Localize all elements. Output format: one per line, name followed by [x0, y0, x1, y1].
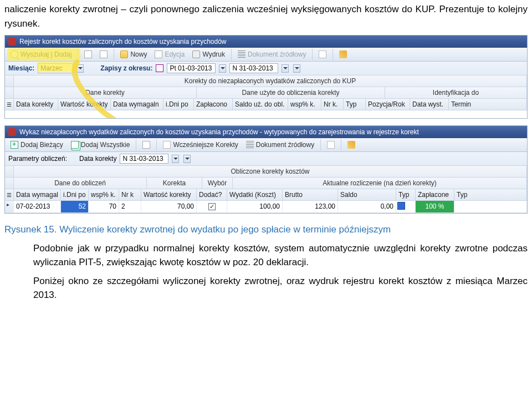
wand-button[interactable] [344, 139, 359, 150]
book-icon [8, 128, 16, 136]
date-to-field[interactable]: N 31-03-2013 [229, 63, 278, 73]
icon-btn-c[interactable] [139, 139, 154, 150]
edit-button[interactable]: Edycja [151, 49, 188, 60]
cell-typ1 [396, 201, 416, 212]
toolbar: Dodaj Bieżący Dodaj Wszystkie Wcześniejs… [5, 138, 527, 152]
cell-saldo: 0,00 [338, 201, 396, 212]
cell-nrk: 2 [119, 201, 141, 212]
earlier-corrections-button[interactable]: Wcześniejsze Korekty [160, 139, 241, 150]
cell-brutto: 123,00 [283, 201, 338, 212]
date-to-dropdown[interactable] [282, 64, 289, 73]
dk-extra-dropdown[interactable] [183, 155, 191, 163]
window-title: Wykaz niezapłaconych wydatków zaliczonyc… [19, 128, 419, 136]
range-label: Zapisy z okresu: [100, 64, 152, 72]
column-header-row: ☰ Data korekty Wartość korekty Data wyma… [5, 99, 527, 110]
source-doc-button[interactable]: Dokument źródłowy [234, 49, 309, 60]
date-from-field[interactable]: Pt 01-03-2013 [167, 63, 216, 73]
add-all-icon [71, 141, 79, 149]
edit-icon [155, 50, 162, 58]
folder-icon [120, 50, 128, 58]
group-header-top: Korekty do niezapłaconych wydatków zalic… [5, 75, 527, 87]
table-row[interactable]: 07-02-2013 52 70 2 70,00 100,00 123,00 0… [5, 201, 527, 213]
group-header-row: Dane korekty Dane użyte do obliczenia ko… [5, 87, 527, 99]
wand-icon [347, 141, 355, 149]
copy-icon [100, 50, 108, 58]
range-extra-dropdown[interactable] [293, 64, 300, 73]
print-icon [192, 50, 200, 58]
column-header-row: ☰ Data wymagal i.Dni po wsp% k. Nr k War… [5, 189, 527, 201]
extra-btn-1[interactable] [315, 49, 330, 60]
group-header-row: Dane do obliczeń Korekta Wybór Aktualne … [5, 178, 527, 189]
dk-label: Data korekty [79, 155, 116, 163]
titlebar: Rejestr korekt kosztów zaliczonych do ko… [5, 36, 527, 48]
toolbar: Wyszukaj | Dodaj Nowy Edycja Wydruk Doku… [5, 48, 527, 62]
list-icon [238, 50, 245, 58]
find-add-button[interactable]: Wyszukaj | Dodaj [7, 49, 75, 60]
checkbox-icon[interactable] [208, 203, 216, 210]
params-label: Parametry obliczeń: [8, 155, 67, 163]
cell-typ2 [454, 201, 527, 212]
params-bar: Parametry obliczeń: Data korekty N 31-03… [5, 152, 527, 166]
find-add-label: Wyszukaj | Dodaj [21, 50, 71, 58]
cell-wydatki: 100,00 [227, 201, 283, 212]
add-current-button[interactable]: Dodaj Bieżący [7, 139, 66, 150]
group-header-top: Obliczone korekty kosztów [5, 166, 527, 178]
dk-field[interactable]: N 31-03-2013 [120, 154, 168, 164]
icon-btn-a[interactable] [81, 49, 95, 60]
cell-dni: 52 [61, 201, 89, 212]
cell-zaplacone: 100 % [416, 201, 454, 212]
group-top-label: Obliczone korekty kosztów [14, 166, 527, 177]
type-blue-icon [397, 202, 405, 210]
group-top-label: Korekty do niezapłaconych wydatków zalic… [14, 75, 527, 87]
doc-paragraph-mid: Podobnie jak w przypadku normalnej korek… [0, 239, 532, 272]
calendar-icon[interactable] [156, 64, 163, 72]
window-wykaz-wydatkow: Wykaz niezapłaconych wydatków zaliczonyc… [4, 125, 528, 214]
config-icon [319, 50, 326, 58]
wand-button[interactable] [336, 49, 350, 60]
book-icon [8, 38, 16, 45]
params-bar: Miesiąc: Marzec Zapisy z okresu: Pt 01-0… [5, 62, 527, 75]
cell-wartosc: 70,00 [141, 201, 197, 212]
cell-date: 07-02-2013 [14, 201, 61, 212]
new-button[interactable]: Nowy [117, 49, 150, 60]
add-icon [11, 141, 18, 149]
window-title: Rejestr korekt kosztów zaliczonych do ko… [19, 38, 227, 45]
extra-btn-2[interactable] [324, 139, 338, 150]
window-rejestr-korekt: Rejestr korekt kosztów zaliczonych do ko… [4, 35, 528, 119]
doc-paragraph-bottom: Poniżej okno ze szczegółami wyliczonej k… [0, 272, 532, 305]
document-icon [84, 50, 92, 58]
cell-dodac[interactable] [197, 201, 227, 212]
dk-dropdown[interactable] [172, 155, 179, 163]
date-from-dropdown[interactable] [219, 64, 226, 73]
document-icon [142, 141, 150, 149]
list-icon [246, 141, 254, 149]
titlebar: Wykaz niezapłaconych wydatków zaliczonyc… [5, 126, 527, 138]
icon-btn-b[interactable] [96, 49, 111, 60]
source-doc-button[interactable]: Dokument źródłowy [243, 139, 318, 150]
add-all-button[interactable]: Dodaj Wszystkie [68, 139, 134, 150]
month-label: Miesiąc: [8, 64, 34, 72]
search-icon [11, 50, 18, 58]
doc-paragraph-top: naliczenie korekty zwrotnej – czyli pono… [0, 0, 532, 33]
month-field[interactable]: Marzec [38, 63, 73, 73]
print-button[interactable]: Wydruk [189, 49, 228, 60]
figure-caption: Rysunek 15. Wyliczenie korekty zwrotnej … [0, 220, 532, 239]
wand-icon [339, 50, 347, 58]
config-icon [327, 141, 335, 149]
history-icon [163, 141, 171, 149]
cell-wsp: 70 [89, 201, 119, 212]
month-dropdown[interactable] [76, 64, 84, 73]
